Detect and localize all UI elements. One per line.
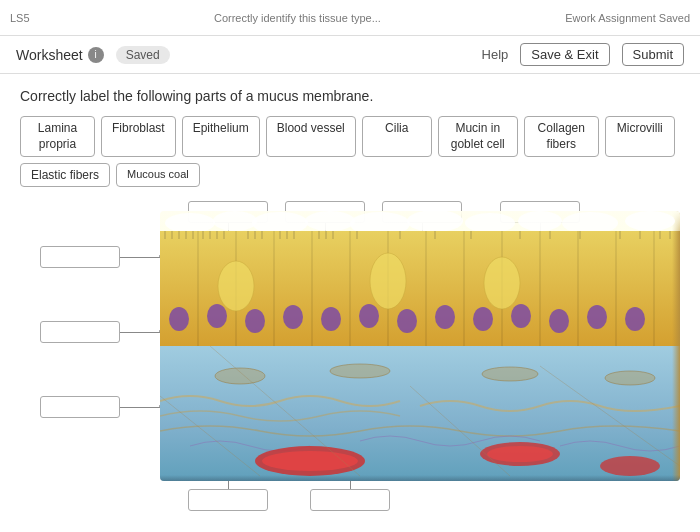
svg-point-34 bbox=[587, 305, 607, 329]
mucous-svg bbox=[160, 211, 680, 231]
main-content: Correctly label the following parts of a… bbox=[0, 74, 700, 532]
label-bank: Laminapropria Fibroblast Epithelium Bloo… bbox=[20, 116, 680, 187]
cells-svg bbox=[160, 231, 680, 346]
chip-blood-vessel[interactable]: Blood vessel bbox=[266, 116, 356, 157]
connector-left-1 bbox=[120, 257, 160, 258]
epithelium-layer bbox=[160, 231, 680, 346]
diagram-area bbox=[20, 201, 680, 511]
help-button[interactable]: Help bbox=[482, 47, 509, 62]
worksheet-title-group: Worksheet i bbox=[16, 47, 104, 63]
svg-point-73 bbox=[262, 451, 358, 471]
info-icon[interactable]: i bbox=[88, 47, 104, 63]
svg-point-37 bbox=[370, 253, 406, 309]
svg-point-36 bbox=[218, 261, 254, 311]
chip-epithelium[interactable]: Epithelium bbox=[182, 116, 260, 157]
svg-point-26 bbox=[283, 305, 303, 329]
svg-point-8 bbox=[562, 212, 618, 231]
svg-point-3 bbox=[305, 211, 355, 231]
svg-point-71 bbox=[605, 371, 655, 385]
label-left-3[interactable] bbox=[40, 396, 120, 418]
submit-button[interactable]: Submit bbox=[622, 43, 684, 66]
saved-badge: Saved bbox=[116, 46, 170, 64]
svg-point-35 bbox=[625, 307, 645, 331]
svg-point-5 bbox=[407, 211, 463, 231]
lamina-propria-layer bbox=[160, 346, 680, 481]
bottom-edge bbox=[160, 475, 680, 481]
svg-point-32 bbox=[511, 304, 531, 328]
svg-point-68 bbox=[215, 368, 265, 384]
label-bottom-2[interactable] bbox=[310, 489, 390, 511]
nav-left: LS5 bbox=[10, 12, 30, 24]
svg-point-27 bbox=[321, 307, 341, 331]
connector-left-2 bbox=[120, 332, 160, 333]
chip-lamina-propria[interactable]: Laminapropria bbox=[20, 116, 95, 157]
nav-center: Correctly identify this tissue type... bbox=[50, 12, 546, 24]
chip-cilia[interactable]: Cilia bbox=[362, 116, 432, 157]
svg-point-70 bbox=[482, 367, 538, 381]
svg-point-29 bbox=[397, 309, 417, 333]
svg-point-38 bbox=[484, 257, 520, 309]
chip-mucous-coat[interactable]: Mucous coal bbox=[116, 163, 200, 187]
svg-point-25 bbox=[245, 309, 265, 333]
svg-point-75 bbox=[487, 446, 553, 462]
mucous-layer-visual bbox=[160, 211, 680, 231]
instruction-text: Correctly label the following parts of a… bbox=[20, 88, 680, 104]
histology-image bbox=[160, 211, 680, 481]
svg-point-4 bbox=[350, 212, 410, 231]
svg-point-0 bbox=[165, 213, 215, 231]
chip-microvilli[interactable]: Microvilli bbox=[605, 116, 675, 157]
svg-point-23 bbox=[169, 307, 189, 331]
nav-right: Ework Assignment Saved bbox=[565, 12, 690, 24]
svg-point-24 bbox=[207, 304, 227, 328]
worksheet-label: Worksheet bbox=[16, 47, 83, 63]
label-left-2[interactable] bbox=[40, 321, 120, 343]
svg-point-2 bbox=[252, 212, 308, 231]
label-bottom-1[interactable] bbox=[188, 489, 268, 511]
save-exit-button[interactable]: Save & Exit bbox=[520, 43, 609, 66]
svg-point-6 bbox=[465, 213, 515, 231]
svg-line-79 bbox=[410, 386, 510, 476]
svg-line-77 bbox=[160, 396, 260, 476]
chip-elastic-fibers[interactable]: Elastic fibers bbox=[20, 163, 110, 187]
svg-point-33 bbox=[549, 309, 569, 333]
secondary-toolbar: Worksheet i Saved Help Save & Exit Submi… bbox=[0, 36, 700, 74]
svg-point-30 bbox=[435, 305, 455, 329]
chip-collagen-fibers[interactable]: Collagenfibers bbox=[524, 116, 599, 157]
svg-point-28 bbox=[359, 304, 379, 328]
label-left-1[interactable] bbox=[40, 246, 120, 268]
svg-point-1 bbox=[213, 211, 257, 231]
svg-point-31 bbox=[473, 307, 493, 331]
chip-mucin-goblet[interactable]: Mucin ingoblet cell bbox=[438, 116, 518, 157]
connector-left-3 bbox=[120, 407, 160, 408]
chip-fibroblast[interactable]: Fibroblast bbox=[101, 116, 176, 157]
svg-point-7 bbox=[518, 211, 562, 231]
top-navigation: LS5 Correctly identify this tissue type.… bbox=[0, 0, 700, 36]
svg-point-76 bbox=[600, 456, 660, 476]
svg-point-9 bbox=[625, 211, 675, 231]
svg-point-69 bbox=[330, 364, 390, 378]
lamina-svg bbox=[160, 346, 680, 481]
right-edge bbox=[672, 211, 680, 481]
